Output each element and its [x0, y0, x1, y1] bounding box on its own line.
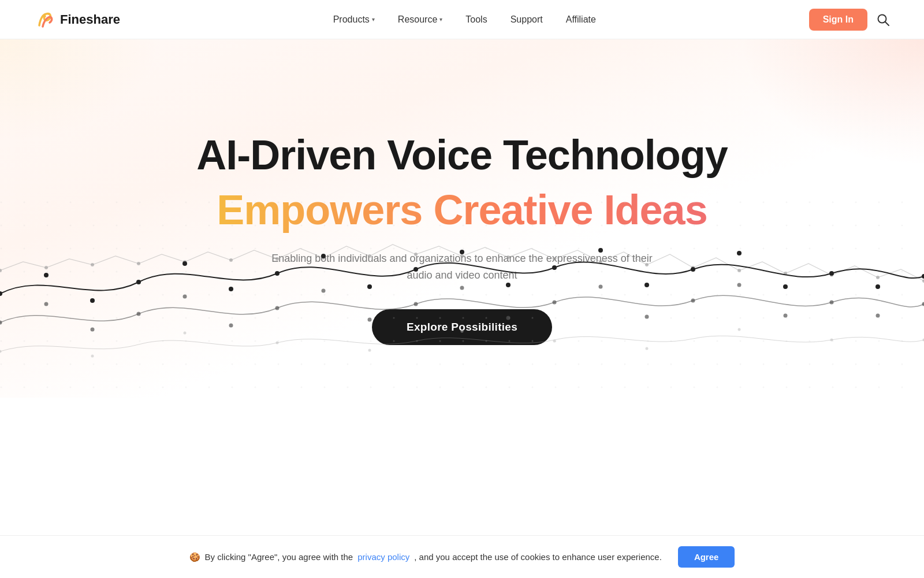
- svg-point-60: [645, 315, 649, 319]
- svg-point-55: [414, 302, 418, 306]
- nav-support[interactable]: Support: [511, 14, 543, 25]
- svg-point-45: [922, 274, 924, 279]
- nav-actions: Sign In: [809, 9, 889, 31]
- nav-affiliate[interactable]: Affiliate: [566, 14, 596, 25]
- svg-point-62: [737, 283, 742, 287]
- svg-point-47: [44, 302, 49, 306]
- svg-point-21: [784, 272, 787, 275]
- svg-point-40: [691, 267, 695, 272]
- svg-point-5: [44, 266, 48, 269]
- svg-point-58: [553, 301, 557, 305]
- svg-point-46: [0, 321, 2, 325]
- svg-point-29: [182, 261, 187, 266]
- svg-point-20: [737, 269, 741, 272]
- svg-point-7: [137, 262, 140, 265]
- svg-point-41: [737, 251, 742, 255]
- explore-button[interactable]: Explore Possibilities: [372, 309, 552, 345]
- svg-point-76: [830, 339, 833, 342]
- svg-point-49: [137, 312, 141, 316]
- svg-point-28: [136, 280, 141, 284]
- svg-point-56: [460, 286, 464, 290]
- svg-point-50: [183, 295, 187, 299]
- svg-point-23: [876, 276, 880, 279]
- svg-point-25: [0, 291, 2, 296]
- logo-icon: [35, 9, 55, 30]
- svg-point-73: [553, 340, 556, 343]
- svg-point-42: [783, 284, 788, 289]
- svg-point-75: [738, 328, 741, 331]
- nav-tools[interactable]: Tools: [465, 14, 487, 25]
- svg-point-19: [691, 266, 695, 269]
- svg-point-59: [599, 285, 603, 289]
- privacy-policy-link[interactable]: privacy policy: [357, 552, 409, 562]
- svg-point-33: [367, 284, 372, 289]
- svg-point-61: [691, 299, 695, 303]
- cookie-text: By clicking "Agree", you agree with the …: [205, 552, 662, 562]
- svg-point-27: [90, 298, 95, 303]
- products-chevron-icon: ▾: [372, 16, 375, 23]
- hero-section: AI-Driven Voice Technology Empowers Crea…: [0, 39, 924, 398]
- nav-resource[interactable]: Resource ▾: [398, 14, 442, 25]
- blob-decoration-left: [0, 39, 162, 143]
- svg-point-67: [0, 350, 2, 353]
- signin-button[interactable]: Sign In: [809, 9, 867, 31]
- brand-name: Fineshare: [60, 12, 120, 27]
- logo[interactable]: Fineshare: [35, 9, 120, 30]
- svg-line-1: [885, 21, 889, 25]
- svg-point-69: [184, 332, 187, 335]
- nav-links: Products ▾ Resource ▾ Tools Support Affi…: [333, 14, 596, 25]
- search-button[interactable]: [877, 13, 889, 26]
- svg-point-64: [830, 301, 834, 305]
- svg-point-53: [322, 289, 326, 293]
- hero-subtitle: Enabling both individuals and organizati…: [266, 250, 658, 284]
- svg-point-44: [875, 284, 880, 289]
- agree-button[interactable]: Agree: [678, 546, 735, 568]
- svg-point-26: [44, 273, 49, 277]
- svg-point-74: [646, 347, 649, 350]
- svg-point-54: [368, 318, 372, 322]
- svg-point-48: [91, 328, 95, 332]
- svg-point-22: [830, 273, 833, 277]
- svg-point-4: [0, 269, 2, 272]
- hero-title-black: AI-Driven Voice Technology: [196, 132, 728, 178]
- navbar: Fineshare Products ▾ Resource ▾ Tools Su…: [0, 0, 924, 39]
- cookie-emoji: 🍪: [189, 552, 200, 562]
- svg-point-52: [275, 306, 280, 310]
- svg-point-9: [229, 258, 233, 262]
- svg-point-8: [183, 260, 187, 264]
- svg-point-63: [784, 314, 788, 318]
- blob-decoration-right: [739, 39, 924, 166]
- svg-point-6: [91, 263, 94, 266]
- svg-point-51: [229, 324, 233, 328]
- svg-point-30: [229, 287, 233, 291]
- resource-chevron-icon: ▾: [439, 16, 442, 23]
- search-icon: [877, 13, 889, 26]
- cookie-banner: 🍪 By clicking "Agree", you agree with th…: [0, 535, 924, 578]
- svg-point-43: [829, 271, 834, 276]
- nav-products[interactable]: Products ▾: [333, 14, 375, 25]
- svg-point-71: [368, 349, 371, 352]
- svg-point-66: [922, 302, 925, 306]
- svg-point-70: [276, 342, 279, 344]
- svg-point-68: [91, 355, 94, 358]
- hero-title-gradient: Empowers Creative Ideas: [217, 187, 707, 233]
- svg-point-65: [876, 314, 880, 318]
